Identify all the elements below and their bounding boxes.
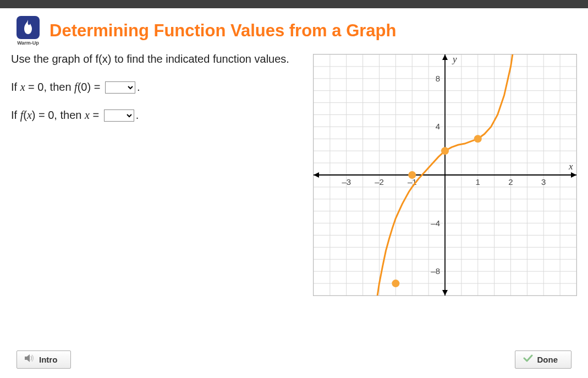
svg-text:x: x (568, 161, 573, 172)
svg-point-56 (392, 280, 399, 287)
page-title: Determining Function Values from a Graph (50, 21, 396, 41)
graph-panel: –3–2–1123–8–448yx (313, 54, 577, 296)
svg-text:–4: –4 (431, 218, 440, 228)
instruction-text: Use the graph of f(x) to find the indica… (11, 53, 296, 65)
svg-text:–3: –3 (342, 177, 351, 187)
intro-button[interactable]: Intro (17, 350, 71, 369)
warmup-label: Warm-Up (17, 40, 39, 46)
svg-marker-42 (442, 54, 448, 60)
footer: Intro Done (0, 350, 588, 369)
question-2: If f ( x ) = 0, then x = . (11, 109, 296, 122)
flame-icon (17, 16, 40, 39)
top-bar (0, 0, 588, 8)
intro-label: Intro (39, 355, 57, 364)
svg-text:1: 1 (476, 177, 480, 187)
svg-text:y: y (452, 54, 457, 64)
svg-marker-43 (442, 290, 448, 295)
svg-marker-40 (571, 172, 576, 178)
svg-text:2: 2 (508, 177, 513, 187)
done-button[interactable]: Done (515, 350, 572, 369)
left-panel: Use the graph of f(x) to find the indica… (11, 53, 302, 296)
svg-point-59 (474, 135, 482, 143)
question-1: If x = 0, then f (0) = . (11, 81, 296, 94)
done-label: Done (537, 355, 558, 364)
svg-point-57 (408, 171, 416, 179)
svg-text:8: 8 (436, 74, 440, 83)
svg-text:–2: –2 (375, 177, 384, 187)
warmup-badge: Warm-Up (17, 16, 40, 46)
svg-point-58 (441, 147, 449, 155)
svg-marker-41 (314, 172, 319, 178)
audio-icon (25, 354, 35, 365)
svg-text:3: 3 (541, 177, 546, 187)
answer-dropdown-1[interactable] (105, 81, 135, 94)
header: Warm-Up Determining Function Values from… (0, 8, 588, 50)
svg-text:–8: –8 (431, 266, 440, 276)
svg-text:4: 4 (436, 122, 440, 131)
function-graph: –3–2–1123–8–448yx (314, 54, 576, 295)
check-icon (523, 354, 533, 365)
answer-dropdown-2[interactable] (104, 109, 134, 122)
content: Use the graph of f(x) to find the indica… (0, 53, 588, 296)
